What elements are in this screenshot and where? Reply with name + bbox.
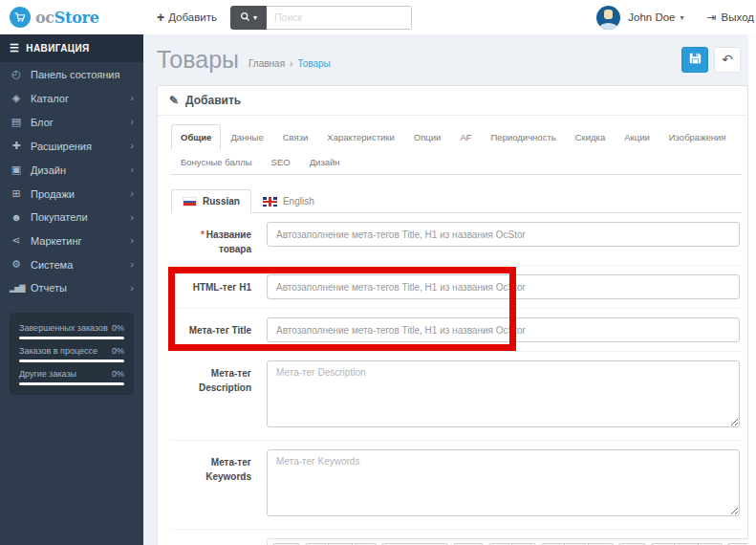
- page-title: Товары: [157, 46, 239, 73]
- tab-images[interactable]: Изображения: [659, 124, 736, 150]
- tab-discount[interactable]: Скидка: [566, 124, 616, 150]
- sidebar-item-reports[interactable]: ▂▅▇ Отчеты ›: [0, 276, 143, 299]
- sidebar-item-label: Продажи: [31, 188, 75, 200]
- sidebar-item-label: Система: [31, 259, 73, 271]
- reports-icon: ▂▅▇: [10, 284, 23, 293]
- sidebar-item-label: Отчеты: [31, 282, 67, 294]
- save-button[interactable]: [681, 47, 708, 73]
- stat-label: Завершенных заказов: [19, 323, 108, 333]
- breadcrumb-separator: ›: [290, 58, 292, 69]
- form-row-meta-keywords: Мета-тег Keywords: [171, 441, 742, 530]
- h1-input[interactable]: [267, 274, 740, 299]
- stat-processing-orders: Заказов в процессе0%: [19, 346, 124, 362]
- stat-other-orders: Другие заказы0%: [19, 369, 124, 385]
- sidebar-item-marketing[interactable]: ⋖ Маркетинг ›: [0, 229, 143, 252]
- chevron-right-icon: ›: [130, 141, 134, 151]
- chevron-right-icon: ›: [130, 93, 134, 103]
- sidebar-item-design[interactable]: ▣ Дизайн ›: [0, 158, 143, 182]
- caret-down-icon: ▾: [253, 13, 257, 22]
- panel-header: ✎ Добавить: [158, 86, 747, 116]
- ocstore-logo[interactable]: ocStore: [0, 7, 143, 28]
- label-text: Название товара: [206, 229, 251, 254]
- sidebar-nav-header: ☰ НАВИГАЦИЯ: [0, 34, 143, 62]
- sidebar-item-label: Панель состояния: [31, 69, 119, 80]
- page-action-buttons: ↶: [681, 47, 741, 73]
- content-header: Товары Главная › Товары ↶: [143, 34, 756, 81]
- top-header: ocStore + Добавить ▾ John Doe ▾ ⇥ Выход: [0, 0, 756, 34]
- sidebar-item-label: Блог: [31, 117, 54, 128]
- product-tabs: Общие Данные Связи Характеристики Опции …: [171, 124, 742, 175]
- editor-toolbar: ✦ ▾ B U ◪ Open Sans: [268, 539, 756, 545]
- lang-tab-label: English: [283, 196, 314, 207]
- search-group: ▾: [230, 6, 412, 30]
- meta-title-label: Мета-тег Title: [171, 317, 251, 342]
- meta-keywords-textarea[interactable]: [267, 449, 740, 516]
- plus-icon: +: [157, 11, 164, 24]
- sidebar-item-extensions[interactable]: ✚ Расширения ›: [0, 134, 143, 158]
- sales-icon: ⊞: [10, 187, 23, 200]
- undo-icon: ↶: [722, 52, 733, 67]
- sidebar-item-dashboard[interactable]: ◴ Панель состояния: [0, 62, 143, 86]
- meta-description-textarea[interactable]: [267, 360, 740, 427]
- sidebar: ☰ НАВИГАЦИЯ ◴ Панель состояния ◈ Каталог…: [0, 34, 143, 545]
- add-button[interactable]: + Добавить: [157, 11, 217, 24]
- tab-general[interactable]: Общие: [171, 124, 221, 150]
- sidebar-item-system[interactable]: ⚙ Система ›: [0, 252, 143, 276]
- sidebar-item-label: Дизайн: [31, 164, 66, 176]
- blog-icon: ▤: [10, 116, 23, 128]
- customers-icon: ☻: [10, 211, 23, 223]
- tab-data[interactable]: Данные: [221, 124, 272, 150]
- tab-af[interactable]: AF: [450, 124, 481, 150]
- tab-attributes[interactable]: Характеристики: [317, 124, 403, 150]
- sidebar-item-blog[interactable]: ▤ Блог ›: [0, 110, 143, 134]
- sidebar-item-sales[interactable]: ⊞ Продажи ›: [0, 182, 143, 206]
- product-name-input[interactable]: [267, 222, 740, 247]
- search-input[interactable]: [267, 6, 412, 30]
- scroll-gutter[interactable]: [748, 34, 756, 545]
- avatar[interactable]: [596, 6, 620, 30]
- sign-out-icon: ⇥: [707, 11, 717, 24]
- meta-title-input[interactable]: [267, 317, 740, 342]
- search-icon: [240, 9, 250, 26]
- progress-bar: [19, 360, 124, 362]
- nav-header-label: НАВИГАЦИЯ: [26, 43, 89, 54]
- form-row-meta-title: Мета-тег Title: [171, 309, 742, 352]
- chevron-right-icon: ›: [130, 259, 134, 270]
- sidebar-item-label: Покупатели: [31, 211, 88, 223]
- tab-seo[interactable]: SEO: [262, 149, 300, 175]
- sidebar-item-customers[interactable]: ☻ Покупатели ›: [0, 206, 143, 229]
- russian-flag-icon: [183, 197, 197, 207]
- lang-tab-english[interactable]: English: [251, 189, 326, 213]
- chevron-right-icon: ›: [130, 212, 134, 223]
- stat-label: Другие заказы: [19, 369, 76, 379]
- main-content: Товары Главная › Товары ↶ ✎ Добавить Общ…: [143, 34, 756, 545]
- marketing-icon: ⋖: [10, 234, 23, 247]
- design-icon: ▣: [10, 164, 23, 176]
- tab-options[interactable]: Опции: [404, 124, 451, 150]
- tab-design[interactable]: Дизайн: [300, 149, 350, 175]
- tab-recurring[interactable]: Периодичность: [482, 124, 566, 150]
- search-button[interactable]: ▾: [230, 6, 267, 30]
- panel-title: Добавить: [185, 94, 241, 107]
- lang-tab-russian[interactable]: Russian: [171, 189, 251, 213]
- header-right: John Doe ▾ ⇥ Выход: [596, 6, 756, 30]
- logout-button[interactable]: ⇥ Выход: [707, 11, 754, 24]
- breadcrumb-home[interactable]: Главная: [248, 58, 285, 69]
- back-button[interactable]: ↶: [714, 47, 741, 73]
- breadcrumb: Главная › Товары: [248, 58, 331, 69]
- sidebar-item-catalog[interactable]: ◈ Каталог ›: [0, 86, 143, 110]
- sidebar-item-label: Каталог: [31, 93, 69, 104]
- rich-text-editor: ✦ ▾ B U ◪ Open Sans: [267, 538, 756, 545]
- product-form-panel: ✎ Добавить Общие Данные Связи Характерис…: [157, 85, 748, 545]
- chevron-right-icon: ›: [130, 188, 134, 199]
- tab-links[interactable]: Связи: [273, 124, 318, 150]
- meta-keywords-label: Мета-тег Keywords: [171, 449, 251, 520]
- form-row-description: Описание ✦ ▾ B U: [171, 530, 742, 545]
- description-label: Описание: [171, 538, 251, 545]
- tab-reward-points[interactable]: Бонусные баллы: [171, 149, 262, 175]
- pencil-icon: ✎: [169, 94, 179, 107]
- user-menu[interactable]: John Doe ▾: [628, 11, 683, 23]
- lang-tab-label: Russian: [203, 196, 240, 207]
- breadcrumb-current[interactable]: Товары: [297, 58, 330, 69]
- tab-special[interactable]: Акции: [615, 124, 659, 150]
